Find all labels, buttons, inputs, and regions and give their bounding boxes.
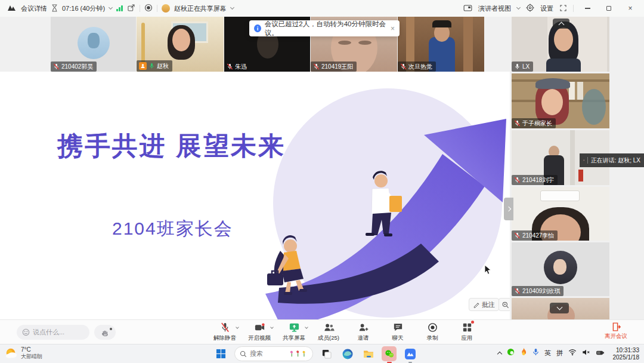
shared-screen: 携手共进 展望未来 2104班家长会 批注 — [0, 72, 510, 319]
smiley-icon — [22, 328, 30, 336]
mic-muted-icon — [514, 120, 521, 127]
sharing-status-text[interactable]: 赵秋正在共享屏幕 — [174, 4, 227, 13]
clock-date: 2025/1/18 — [613, 354, 640, 361]
settings-gear-icon[interactable] — [526, 4, 534, 13]
magnifier-plus-icon — [501, 301, 509, 309]
video-tile[interactable]: LX — [512, 17, 609, 72]
video-tile-partial[interactable] — [512, 298, 609, 319]
mic-on-icon — [514, 63, 521, 70]
participant-nameplate: 210418刘宇 — [512, 175, 558, 185]
voice-input-tray-icon[interactable] — [532, 347, 539, 358]
toolbar: 解除静音 开启视频 共享屏幕 成员(25) — [212, 321, 480, 342]
video-tile[interactable]: 于子桐家长 — [512, 73, 609, 128]
participant-nameplate: 赵秋 — [137, 60, 172, 72]
task-view-button[interactable] — [319, 346, 334, 361]
raise-hand-button[interactable] — [94, 325, 116, 340]
mic-muted-icon — [514, 232, 521, 239]
taskbar-search-input[interactable]: 搜索 — [234, 346, 313, 361]
volume-muted-icon[interactable] — [582, 347, 590, 358]
mic-active-icon — [148, 63, 155, 69]
mic-muted-icon — [219, 321, 231, 334]
record-indicator-icon[interactable] — [144, 4, 153, 13]
host-badge-icon — [139, 62, 147, 70]
titlebar: 会议详情 07:16 (40分钟) 赵秋正在共享屏幕 演讲者视图 — [0, 0, 644, 17]
video-tile[interactable]: 210402郭昊 — [51, 17, 136, 72]
network-signal-icon — [116, 5, 123, 11]
wifi-icon[interactable] — [568, 347, 577, 358]
file-explorer-icon[interactable] — [361, 346, 376, 361]
annotate-button[interactable]: 批注 — [469, 298, 499, 311]
share-out-icon[interactable] — [127, 4, 135, 13]
unmute-button[interactable]: 解除静音 — [212, 321, 238, 342]
ime-english-indicator[interactable]: 英 — [544, 349, 551, 358]
meeting-timer[interactable]: 07:16 (40分钟) — [62, 4, 105, 13]
participant-nameplate: 朱迅 — [224, 61, 250, 72]
search-icon — [240, 350, 247, 358]
start-video-button[interactable]: 开启视频 — [246, 321, 273, 342]
participant-nameplate: 210427李怡 — [512, 230, 558, 241]
system-tray: 英 拼 — [498, 347, 605, 358]
weather-temperature: 7°C — [21, 346, 42, 353]
taskbar-clock[interactable]: 10:31:33 2025/1/18 — [613, 347, 640, 361]
scroll-down-videos-button[interactable] — [550, 303, 569, 313]
meeting-app-window: 会议详情 07:16 (40分钟) 赵秋正在共享屏幕 演讲者视图 — [0, 0, 644, 363]
collapse-strip-button[interactable] — [553, 19, 569, 29]
members-icon — [323, 321, 335, 334]
view-mode-chevron-icon[interactable] — [516, 5, 521, 10]
wechat-icon[interactable] — [382, 346, 397, 361]
settings-button[interactable]: 设置 — [540, 4, 553, 13]
start-button[interactable] — [213, 346, 228, 361]
tray-expand-chevron-icon[interactable] — [498, 350, 501, 356]
windows-taskbar: 7°C 大部晴朗 搜索 — [0, 344, 644, 363]
video-tile[interactable]: 210409刘欣琪 — [512, 242, 609, 296]
video-tile[interactable]: 次旦热觉 — [398, 17, 484, 72]
flame-tray-icon[interactable] — [520, 347, 527, 358]
mic-muted-icon — [514, 177, 521, 183]
fullscreen-icon[interactable] — [559, 4, 567, 13]
apps-button[interactable]: 应用 — [454, 321, 480, 342]
meeting-details-button[interactable]: 会议详情 — [21, 4, 47, 13]
ime-pinyin-indicator[interactable]: 拼 — [556, 349, 563, 358]
meeting-control-bar: 说点什么... 解除静音 开启视频 共 — [0, 319, 644, 344]
video-tile[interactable]: 210427李怡 — [512, 187, 609, 241]
tencent-meeting-icon[interactable] — [402, 346, 417, 361]
view-mode-icon — [463, 4, 472, 13]
collapse-sidebar-handle[interactable] — [504, 198, 513, 220]
view-mode-button[interactable]: 演讲者视图 — [478, 4, 511, 13]
wechat-tray-icon[interactable] — [507, 347, 515, 358]
members-button[interactable]: 成员(25) — [315, 321, 342, 342]
invite-button[interactable]: 邀请 — [350, 321, 376, 342]
search-highlight-tulips-icon — [289, 349, 308, 358]
participant-nameplate: 于子桐家长 — [512, 118, 556, 128]
tencent-meeting-logo-icon — [7, 4, 17, 13]
sharing-status-chevron-icon[interactable] — [230, 5, 234, 10]
meeting-stage: 携手共进 展望未来 2104班家长会 批注 210402郭昊 — [0, 17, 644, 319]
mic-muted-icon — [227, 63, 233, 70]
info-icon: i — [254, 24, 261, 32]
taskbar-weather-widget[interactable]: 7°C 大部晴朗 — [5, 346, 42, 360]
leave-meeting-button[interactable]: 离开会议 — [605, 322, 627, 340]
invite-icon — [358, 321, 369, 334]
battery-icon[interactable] — [596, 347, 605, 358]
minimize-button[interactable] — [580, 3, 595, 14]
mic-muted-icon — [53, 63, 60, 70]
participant-nameplate: 次旦热觉 — [398, 61, 436, 72]
apps-grid-icon — [462, 321, 473, 334]
close-button[interactable]: × — [623, 3, 638, 14]
notification-close-icon[interactable]: × — [391, 24, 395, 33]
camera-icon — [254, 321, 265, 334]
share-screen-icon — [289, 321, 300, 334]
timer-chevron-icon[interactable] — [109, 5, 113, 10]
mic-muted-icon — [514, 288, 521, 294]
chat-message-input[interactable]: 说点什么... — [17, 325, 89, 340]
share-screen-button[interactable]: 共享屏幕 — [281, 321, 307, 342]
chat-button[interactable]: 聊天 — [385, 321, 411, 342]
participant-nameplate: 210419王阳 — [311, 61, 357, 72]
maximize-button[interactable] — [601, 3, 617, 14]
edge-browser-icon[interactable] — [340, 346, 355, 361]
video-tile-active-speaker[interactable]: 赵秋 — [137, 17, 224, 72]
record-button[interactable]: 录制 — [419, 321, 445, 342]
clock-time: 10:31:33 — [613, 347, 640, 354]
record-icon — [427, 321, 438, 334]
zoom-button[interactable] — [499, 298, 510, 311]
